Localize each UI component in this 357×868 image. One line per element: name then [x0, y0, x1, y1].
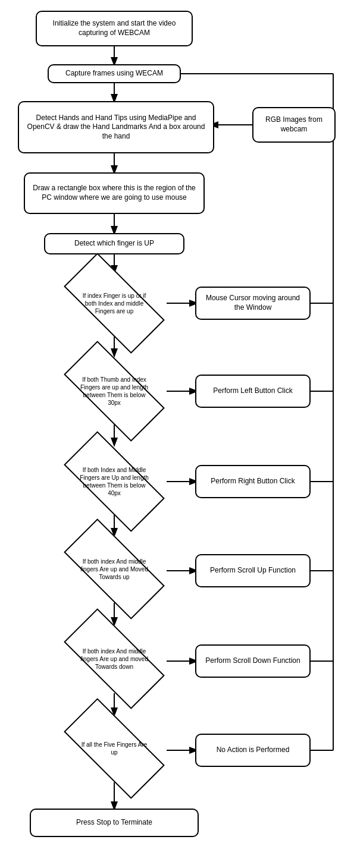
detect-hands-label: Detect Hands and Hand Tips using MediaPi… [25, 114, 207, 141]
flowchart: Initialize the system and start the vide… [0, 0, 357, 868]
draw-rect-label: Draw a rectangle box where this is the r… [31, 184, 198, 202]
stop-label: Press Stop to Terminate [76, 818, 152, 828]
capture-label: Capture frames using WECAM [65, 69, 163, 78]
scroll-up-box: Perform Scroll Up Function [195, 554, 311, 587]
scroll-down-label: Perform Scroll Down Function [205, 656, 300, 666]
no-action-box: No Action is Performed [195, 734, 311, 767]
mouse-cursor-box: Mouse Cursor moving around the Window [195, 287, 311, 320]
diamond5 [64, 608, 165, 709]
diamond6 [64, 698, 165, 799]
diamond2-container: If both Thumb and index Fingers are up a… [60, 356, 169, 427]
diamond5-container: If both index And middle fingers Are up … [60, 624, 169, 693]
diamond6-container: If all the Five Fingers Are up [60, 715, 169, 782]
rgb-images-label: RGB Images from webcam [259, 115, 328, 134]
start-box: Initialize the system and start the vide… [36, 11, 193, 46]
mouse-cursor-label: Mouse Cursor moving around the Window [202, 294, 303, 312]
no-action-label: No Action is Performed [217, 746, 290, 755]
diamond3-container: If both Index and Middle Fingers are Up … [60, 445, 169, 518]
diamond1 [64, 253, 165, 354]
scroll-down-box: Perform Scroll Down Function [195, 644, 311, 678]
diamond3 [64, 431, 165, 532]
detect-finger-label: Detect which finger is UP [74, 239, 154, 249]
detect-finger-box: Detect which finger is UP [44, 233, 184, 254]
diamond2 [64, 341, 165, 442]
diamond4 [64, 518, 165, 619]
stop-box: Press Stop to Terminate [30, 809, 199, 837]
capture-box: Capture frames using WECAM [48, 64, 181, 83]
diamond4-container: If both index And middle fingers Are up … [60, 535, 169, 603]
right-click-box: Perform Right Button Click [195, 465, 311, 498]
scroll-up-label: Perform Scroll Up Function [210, 566, 296, 575]
left-click-label: Perform Left Button Click [213, 386, 292, 396]
detect-hands-box: Detect Hands and Hand Tips using MediaPi… [18, 101, 214, 153]
left-click-box: Perform Left Button Click [195, 375, 311, 408]
rgb-images-box: RGB Images from webcam [252, 107, 336, 143]
start-label: Initialize the system and start the vide… [43, 19, 186, 37]
draw-rect-box: Draw a rectangle box where this is the r… [24, 172, 205, 214]
right-click-label: Perform Right Button Click [211, 477, 295, 486]
diamond1-container: If index Finger is up or if both Index a… [60, 272, 169, 334]
